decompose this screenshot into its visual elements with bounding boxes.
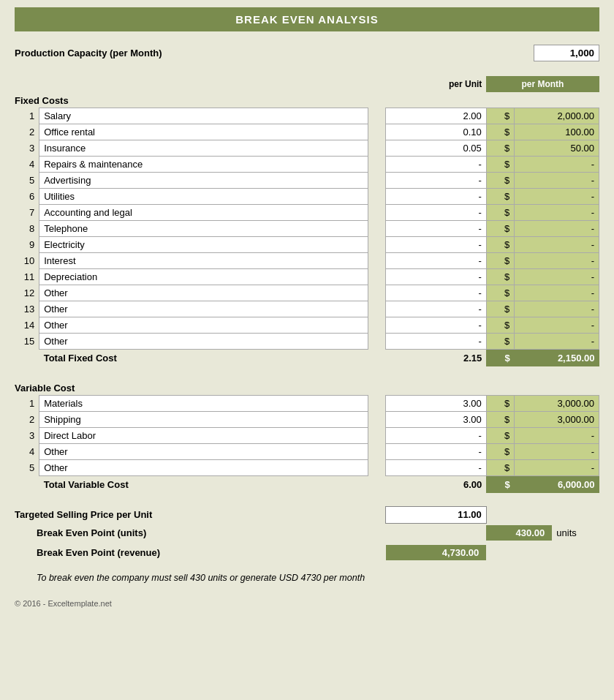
row-per-unit[interactable]: - <box>386 157 486 173</box>
row-per-month[interactable]: 50.00 <box>515 140 599 157</box>
row-per-month[interactable]: - <box>515 334 599 350</box>
row-per-month[interactable]: 3,000.00 <box>515 396 599 412</box>
row-per-unit[interactable]: 2.00 <box>386 108 486 124</box>
fixed-cost-row-15: 15 Other - $ - <box>15 334 599 350</box>
row-per-unit[interactable]: - <box>386 253 486 269</box>
row-per-unit[interactable]: 0.10 <box>386 124 486 140</box>
row-per-month[interactable]: - <box>515 173 599 189</box>
header-spacer <box>368 76 386 92</box>
row-per-month[interactable]: - <box>515 460 599 476</box>
sell-price-value[interactable]: 11.00 <box>386 506 486 523</box>
row-per-unit[interactable]: - <box>386 269 486 285</box>
row-name[interactable]: Depreciation <box>39 269 368 285</box>
bep-revenue-right <box>486 543 599 562</box>
row-per-unit[interactable]: - <box>386 301 486 317</box>
row-per-month[interactable]: - <box>515 253 599 269</box>
row-name[interactable]: Electricity <box>39 237 368 253</box>
row-per-unit[interactable]: - <box>386 173 486 189</box>
row-per-unit[interactable]: - <box>386 317 486 334</box>
row-name[interactable]: Advertising <box>39 173 368 189</box>
row-idx: 2 <box>15 124 39 140</box>
row-per-month[interactable]: - <box>515 444 599 460</box>
row-name[interactable]: Office rental <box>39 124 368 140</box>
row-per-unit[interactable]: - <box>386 444 486 460</box>
row-dollar: $ <box>486 108 515 124</box>
fixed-cost-row-4: 4 Repairs & maintenance - $ - <box>15 157 599 173</box>
row-per-month[interactable]: - <box>515 317 599 334</box>
row-per-unit[interactable]: - <box>386 189 486 205</box>
row-per-unit[interactable]: 0.05 <box>386 140 486 157</box>
row-per-month[interactable]: - <box>515 221 599 237</box>
row-per-month[interactable]: 100.00 <box>515 124 599 140</box>
row-idx: 11 <box>15 269 39 285</box>
row-name[interactable]: Other <box>39 460 368 476</box>
row-name[interactable]: Materials <box>39 396 368 412</box>
fixed-cost-row-10: 10 Interest - $ - <box>15 253 599 269</box>
row-spacer <box>368 157 386 173</box>
row-name[interactable]: Other <box>39 444 368 460</box>
row-per-month[interactable]: 2,000.00 <box>515 108 599 124</box>
row-per-month[interactable]: - <box>515 205 599 221</box>
row-name[interactable]: Telephone <box>39 221 368 237</box>
row-per-month[interactable]: - <box>515 301 599 317</box>
row-per-unit[interactable]: 3.00 <box>386 412 486 428</box>
total-variable-label: Total Variable Cost <box>39 476 368 494</box>
row-per-unit[interactable]: - <box>386 205 486 221</box>
row-spacer <box>368 444 386 460</box>
bep-revenue-value: 4,730.00 <box>386 545 486 560</box>
row-dollar: $ <box>486 334 515 350</box>
fixed-cost-row-12: 12 Other - $ - <box>15 285 599 301</box>
row-name[interactable]: Repairs & maintenance <box>39 157 368 173</box>
row-name[interactable]: Other <box>39 301 368 317</box>
row-name[interactable]: Direct Labor <box>39 428 368 444</box>
row-idx: 5 <box>15 173 39 189</box>
total-idx-spacer <box>15 350 39 367</box>
fixed-cost-row-7: 7 Accounting and legal - $ - <box>15 205 599 221</box>
total-variable-dollar: $ <box>486 476 515 494</box>
row-dollar: $ <box>486 157 515 173</box>
bep-revenue-label: Break Even Point (revenue) <box>37 547 160 558</box>
row-name[interactable]: Insurance <box>39 140 368 157</box>
row-spacer <box>368 140 386 157</box>
row-per-month[interactable]: - <box>515 285 599 301</box>
row-name[interactable]: Salary <box>39 108 368 124</box>
row-per-month[interactable]: 3,000.00 <box>515 412 599 428</box>
row-dollar: $ <box>486 269 515 285</box>
row-spacer <box>368 412 386 428</box>
per-unit-header: per Unit <box>386 76 486 92</box>
row-per-unit[interactable]: - <box>386 237 486 253</box>
row-spacer <box>368 460 386 476</box>
row-spacer <box>368 108 386 124</box>
total-fixed-dollar: $ <box>486 350 515 367</box>
row-per-month[interactable]: - <box>515 157 599 173</box>
variable-costs-label: Variable Cost <box>15 378 75 395</box>
row-per-unit[interactable]: - <box>386 221 486 237</box>
row-per-month[interactable]: - <box>515 237 599 253</box>
row-per-unit[interactable]: - <box>386 460 486 476</box>
row-name[interactable]: Shipping <box>39 412 368 428</box>
row-name[interactable]: Interest <box>39 253 368 269</box>
variable-cost-row-4: 4 Other - $ - <box>15 444 599 460</box>
row-per-month[interactable]: - <box>515 428 599 444</box>
row-per-month[interactable]: - <box>515 189 599 205</box>
row-name[interactable]: Other <box>39 334 368 350</box>
row-name[interactable]: Other <box>39 285 368 301</box>
row-spacer <box>368 205 386 221</box>
row-idx: 1 <box>15 108 39 124</box>
row-per-unit[interactable]: - <box>386 428 486 444</box>
row-idx: 14 <box>15 317 39 334</box>
row-per-unit[interactable]: 3.00 <box>386 396 486 412</box>
row-idx: 3 <box>15 428 39 444</box>
production-value[interactable] <box>534 45 599 61</box>
row-spacer <box>368 237 386 253</box>
row-per-unit[interactable]: - <box>386 285 486 301</box>
bep-revenue-row: Break Even Point (revenue) 4,730.00 <box>15 543 599 562</box>
total-variable-per-unit: 6.00 <box>386 476 486 494</box>
row-name[interactable]: Utilities <box>39 189 368 205</box>
row-idx: 13 <box>15 301 39 317</box>
row-name[interactable]: Other <box>39 317 368 334</box>
row-spacer <box>368 173 386 189</box>
row-per-unit[interactable]: - <box>386 334 486 350</box>
row-per-month[interactable]: - <box>515 269 599 285</box>
row-name[interactable]: Accounting and legal <box>39 205 368 221</box>
